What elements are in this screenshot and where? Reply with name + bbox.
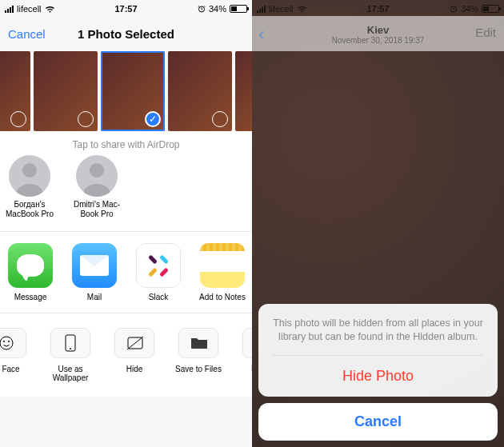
alarm-icon	[450, 5, 458, 13]
slack-icon	[136, 243, 181, 288]
messages-icon	[8, 243, 53, 288]
svg-point-3	[8, 341, 10, 342]
share-app-message[interactable]: Message	[2, 243, 59, 301]
share-sheet-screen: lifecell 17:57 34% Cancel 1 Photo Select…	[0, 0, 252, 447]
location-title: Kiev	[367, 24, 389, 36]
action-use-as-wallpaper[interactable]: Use as Wallpaper	[42, 328, 99, 382]
airdrop-section: Tap to share with AirDrop Богдан's MacBo…	[0, 131, 252, 231]
svg-point-1	[0, 337, 13, 349]
share-title: 1 Photo Selected	[78, 27, 174, 41]
action-label: Save to Files	[175, 365, 222, 373]
notes-icon	[200, 243, 245, 288]
app-label: Mail	[87, 293, 102, 301]
photo-thumbnail[interactable]	[235, 51, 252, 131]
cancel-button[interactable]: Cancel	[258, 403, 498, 441]
airdrop-target[interactable]: Dmitri's Mac-Book Pro	[70, 155, 123, 218]
share-actions-row[interactable]: te Face Use as Wallpaper Hide Save to Fi…	[0, 313, 252, 397]
mail-icon	[72, 243, 117, 288]
share-app-slack[interactable]: Slack	[130, 243, 187, 301]
person-icon	[76, 155, 118, 197]
date-subtitle: November 30, 2018 19:37	[332, 36, 425, 45]
battery-icon	[482, 5, 499, 13]
carrier-label: lifecell	[269, 4, 294, 14]
share-app-notes[interactable]: Add to Notes	[194, 243, 251, 301]
airdrop-hint: Tap to share with AirDrop	[0, 139, 252, 150]
signal-icon	[5, 6, 14, 13]
status-bar: lifecell 17:57 34%	[252, 0, 504, 16]
photo-nav-bar: ‹ Kiev November 30, 2018 19:37 Edit	[252, 16, 504, 51]
photo-selection-row[interactable]: ✓	[0, 51, 252, 131]
action-label: Hide	[126, 365, 143, 373]
airdrop-target-label: Dmitri's Mac-Book Pro	[70, 200, 123, 218]
app-label: Slack	[149, 293, 168, 301]
share-nav-bar: Cancel 1 Photo Selected	[0, 16, 252, 51]
action-duplicate[interactable]: Duplic	[234, 328, 252, 382]
back-button[interactable]: ‹	[258, 24, 264, 45]
status-bar: lifecell 17:57 34%	[0, 0, 252, 16]
carrier-label: lifecell	[17, 4, 42, 14]
phone-icon	[62, 334, 79, 352]
app-label: Add to Notes	[199, 293, 246, 301]
battery-pct-label: 34%	[209, 4, 226, 14]
action-sheet: This photo will be hidden from all place…	[258, 304, 498, 441]
alarm-icon	[198, 5, 206, 13]
svg-point-2	[3, 341, 5, 342]
hide-icon	[126, 334, 143, 352]
checkmark-icon: ✓	[145, 111, 161, 127]
wifi-icon	[45, 6, 55, 13]
airdrop-target[interactable]: Богдан's MacBook Pro	[3, 155, 56, 218]
share-app-mail[interactable]: Mail	[66, 243, 123, 301]
clock-label: 17:57	[114, 4, 137, 14]
action-hide[interactable]: Hide	[106, 328, 163, 382]
action-create-face[interactable]: te Face	[0, 328, 35, 382]
signal-icon	[257, 6, 266, 13]
hide-photo-button[interactable]: Hide Photo	[273, 355, 483, 397]
battery-pct-label: 34%	[461, 4, 478, 14]
edit-button[interactable]: Edit	[475, 26, 496, 39]
action-label: te Face	[0, 365, 20, 373]
wifi-icon	[297, 6, 307, 13]
photo-thumbnail[interactable]	[168, 51, 232, 131]
action-save-to-files[interactable]: Save to Files	[170, 328, 227, 382]
battery-icon	[230, 5, 247, 13]
app-label: Message	[14, 293, 47, 301]
share-apps-row[interactable]: Message Mail Slack Add to Notes	[0, 231, 252, 313]
folder-icon	[190, 334, 207, 352]
cancel-button[interactable]: Cancel	[8, 27, 46, 41]
person-icon	[9, 155, 50, 197]
clock-label: 17:57	[366, 4, 389, 14]
photo-detail-screen: lifecell 17:57 34% ‹ Kiev November 30, 2…	[252, 0, 504, 447]
svg-point-5	[70, 348, 71, 349]
action-sheet-message: This photo will be hidden from all place…	[273, 317, 483, 344]
photo-thumbnail-selected[interactable]: ✓	[101, 51, 165, 131]
photo-thumbnail[interactable]	[0, 51, 30, 131]
face-icon	[0, 334, 15, 352]
photo-thumbnail[interactable]	[34, 51, 98, 131]
airdrop-target-label: Богдан's MacBook Pro	[3, 200, 56, 218]
action-label: Use as Wallpaper	[42, 365, 99, 382]
